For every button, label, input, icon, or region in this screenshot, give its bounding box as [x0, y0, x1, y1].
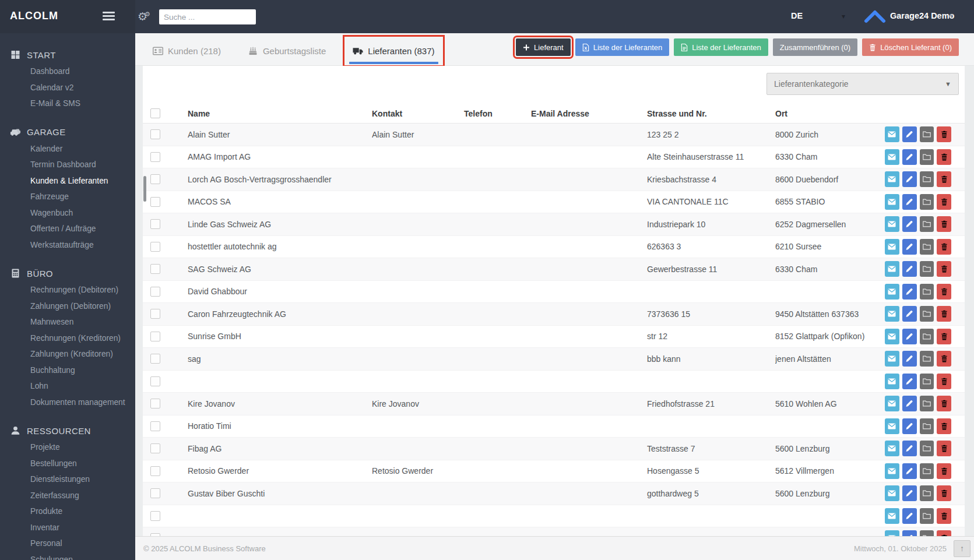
- sidebar-item-dashboard[interactable]: Dashboard: [0, 64, 135, 80]
- row-checkbox[interactable]: [150, 488, 160, 498]
- sidebar-item-kalender[interactable]: Kalender: [0, 141, 135, 157]
- row-delete-button[interactable]: [937, 149, 951, 165]
- new-supplier-button[interactable]: Lieferant: [516, 38, 571, 56]
- row-edit-button[interactable]: [902, 239, 917, 255]
- table-row[interactable]: [143, 505, 965, 527]
- row-documents-button[interactable]: [920, 530, 934, 536]
- row-edit-button[interactable]: [902, 441, 917, 456]
- table-row[interactable]: AMAG Import AG Alte Steinhauserstrasse 1…: [143, 146, 965, 168]
- row-checkbox[interactable]: [150, 354, 160, 364]
- row-edit-button[interactable]: [902, 418, 917, 434]
- row-mail-button[interactable]: [885, 216, 899, 232]
- row-edit-button[interactable]: [902, 485, 917, 501]
- tab-kunden[interactable]: Kunden (218): [145, 37, 229, 65]
- sidebar-item-produkte[interactable]: Produkte: [0, 503, 135, 520]
- row-delete-button[interactable]: [937, 284, 951, 300]
- row-delete-button[interactable]: [937, 171, 951, 187]
- sidebar-item-werkstattauftr-ge[interactable]: Werkstattaufträge: [0, 237, 135, 253]
- settings-cogs-icon[interactable]: ⚙⚙: [138, 9, 153, 26]
- row-mail-button[interactable]: [885, 508, 899, 524]
- row-delete-button[interactable]: [937, 329, 951, 344]
- row-checkbox[interactable]: [150, 511, 160, 521]
- row-documents-button[interactable]: [920, 329, 934, 344]
- row-mail-button[interactable]: [885, 351, 899, 367]
- row-mail-button[interactable]: [885, 284, 899, 300]
- sidebar-item-offerten-auftr-ge[interactable]: Offerten / Aufträge: [0, 221, 135, 237]
- table-row[interactable]: Horatio Timi: [143, 415, 965, 438]
- table-row[interactable]: David Ghabbour: [143, 280, 965, 303]
- row-checkbox[interactable]: [150, 129, 160, 139]
- search-input[interactable]: [159, 9, 256, 24]
- sidebar-item-kunden-lieferanten[interactable]: Kunden & Lieferanten: [0, 173, 135, 189]
- row-edit-button[interactable]: [902, 351, 917, 367]
- row-checkbox[interactable]: [150, 421, 160, 431]
- row-mail-button[interactable]: [885, 441, 899, 456]
- table-row[interactable]: Linde Gas Schweiz AG Industriepark 10 62…: [143, 213, 965, 236]
- sidebar-item-dienstleistungen[interactable]: Dienstleistungen: [0, 471, 135, 488]
- row-documents-button[interactable]: [920, 126, 934, 142]
- row-documents-button[interactable]: [920, 261, 934, 277]
- sidebar-item-schulungen[interactable]: Schulungen: [0, 552, 135, 560]
- row-edit-button[interactable]: [902, 126, 917, 142]
- row-delete-button[interactable]: [937, 508, 951, 524]
- row-documents-button[interactable]: [920, 485, 934, 501]
- select-all-checkbox[interactable]: [150, 108, 160, 118]
- row-edit-button[interactable]: [902, 396, 917, 411]
- row-mail-button[interactable]: [885, 418, 899, 434]
- scrollbar-thumb[interactable]: [143, 176, 146, 202]
- row-checkbox[interactable]: [150, 399, 160, 408]
- tab-geburtstagsliste[interactable]: Geburtstagsliste: [240, 37, 334, 65]
- row-mail-button[interactable]: [885, 396, 899, 411]
- row-documents-button[interactable]: [920, 194, 934, 210]
- sidebar-item-buchhaltung[interactable]: Buchhaltung: [0, 362, 135, 379]
- supplier-category-select[interactable]: Lieferantenkategorie ▼: [766, 73, 959, 95]
- row-delete-button[interactable]: [937, 239, 951, 255]
- row-checkbox[interactable]: [150, 264, 160, 274]
- row-checkbox[interactable]: [150, 466, 160, 476]
- row-checkbox[interactable]: [150, 287, 160, 297]
- row-documents-button[interactable]: [920, 171, 934, 187]
- row-checkbox[interactable]: [150, 332, 160, 341]
- sidebar-item-wagenbuch[interactable]: Wagenbuch: [0, 205, 135, 221]
- row-mail-button[interactable]: [885, 239, 899, 255]
- row-checkbox[interactable]: [150, 309, 160, 319]
- sidebar-item-zeiterfassung[interactable]: Zeiterfassung: [0, 488, 135, 504]
- table-row[interactable]: [143, 370, 965, 393]
- sidebar-item-bestellungen[interactable]: Bestellungen: [0, 456, 135, 472]
- row-delete-button[interactable]: [937, 216, 951, 232]
- row-edit-button[interactable]: [902, 194, 917, 210]
- row-checkbox[interactable]: [150, 152, 160, 162]
- table-row[interactable]: sag bbb kann jenen Altstätten: [143, 348, 965, 371]
- table-row[interactable]: hostettler autotechnik ag 626363 3 6210 …: [143, 235, 965, 258]
- row-documents-button[interactable]: [920, 441, 934, 456]
- table-row[interactable]: [143, 527, 965, 537]
- row-mail-button[interactable]: [885, 261, 899, 277]
- row-documents-button[interactable]: [920, 216, 934, 232]
- row-delete-button[interactable]: [937, 374, 951, 389]
- row-documents-button[interactable]: [920, 463, 934, 479]
- row-edit-button[interactable]: [902, 171, 917, 187]
- table-row[interactable]: Gustav Biber Guschti gotthardweg 5 5600 …: [143, 482, 965, 505]
- table-row[interactable]: Sunrise GmbH str 12 8152 Glattpark (Opfi…: [143, 325, 965, 348]
- row-mail-button[interactable]: [885, 530, 899, 536]
- row-checkbox[interactable]: [150, 197, 160, 207]
- sidebar-item-zahlungen-debitoren-[interactable]: Zahlungen (Debitoren): [0, 298, 135, 315]
- row-checkbox[interactable]: [150, 443, 160, 453]
- row-edit-button[interactable]: [902, 149, 917, 165]
- table-row[interactable]: Retosio Gwerder Retosio Gwerder Hosengas…: [143, 460, 965, 482]
- account-menu[interactable]: Garage24 Demo: [890, 11, 954, 20]
- table-row[interactable]: Fibag AG Teststrasse 7 5600 Lenzburg: [143, 438, 965, 460]
- language-selector[interactable]: DE: [791, 11, 803, 20]
- row-mail-button[interactable]: [885, 126, 899, 142]
- row-edit-button[interactable]: [902, 463, 917, 479]
- merge-suppliers-button[interactable]: Zusammenführen (0): [773, 38, 857, 56]
- sidebar-item-fahrzeuge[interactable]: Fahrzeuge: [0, 189, 135, 205]
- row-mail-button[interactable]: [885, 149, 899, 165]
- table-row[interactable]: SAG Schweiz AG Gewerbestrasse 11 6330 Ch…: [143, 258, 965, 281]
- row-checkbox[interactable]: [150, 219, 160, 229]
- sidebar-item-projekte[interactable]: Projekte: [0, 439, 135, 456]
- sidebar-item-mahnwesen[interactable]: Mahnwesen: [0, 314, 135, 330]
- table-row[interactable]: Kire Jovanov Kire Jovanov Friedhofstrass…: [143, 393, 965, 415]
- supplier-list-excel-button[interactable]: Liste der Lieferanten: [575, 38, 670, 56]
- menu-toggle-icon[interactable]: [103, 12, 115, 21]
